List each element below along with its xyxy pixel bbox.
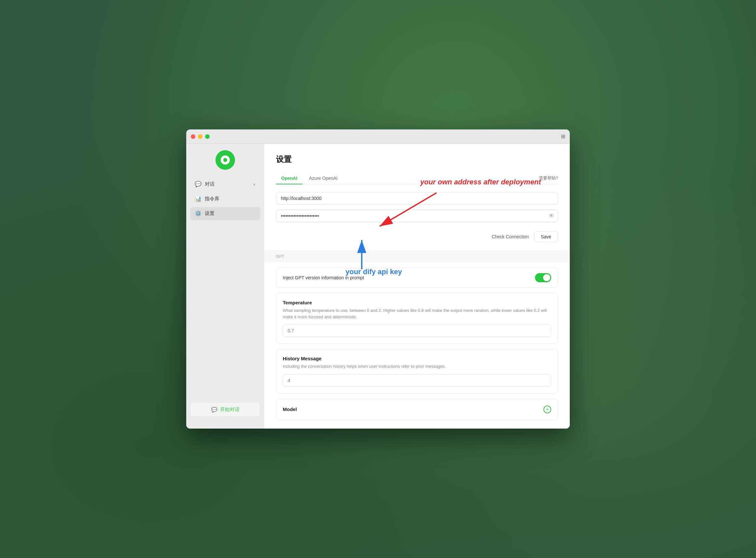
history-desc: Including the conversation history helps… [283,363,551,370]
help-link[interactable]: 需要帮助? [539,175,558,181]
app-body: 💬 对话 ∨ 📊 指令库 ⚙️ 设置 💬 [186,144,570,429]
temperature-title: Temperature [283,300,551,305]
inject-gpt-row: Inject GPT version information in prompt [276,268,558,288]
titlebar: ⊞ [186,129,570,144]
check-connection-button[interactable]: Check Connection [492,234,529,239]
traffic-lights [191,134,210,139]
temperature-section: Temperature What sampling temperature to… [276,293,558,344]
prompts-icon: 📊 [195,196,202,202]
history-section: History Message Including the conversati… [276,349,558,394]
form-actions: Check Connection Save [276,231,558,242]
sidebar-nav: 💬 对话 ∨ 📊 指令库 ⚙️ 设置 [186,178,264,397]
toggle-visibility-icon[interactable]: 👁 [549,213,554,219]
avatar-container [186,150,264,170]
model-row[interactable]: Model + [276,399,558,420]
sidebar-item-settings-label: 设置 [205,210,256,217]
sidebar-footer: 💬 开始对话 [186,397,264,422]
minimize-button[interactable] [198,134,203,139]
tab-azure-openai[interactable]: Azure OpenAI [304,172,343,184]
tab-openai[interactable]: OpenAI [276,172,303,184]
start-chat-icon: 💬 [211,407,217,413]
url-section [276,192,558,205]
model-label: Model [283,406,543,412]
maximize-button[interactable] [205,134,210,139]
add-model-icon[interactable]: + [543,405,551,413]
history-input[interactable] [283,374,551,387]
chevron-down-icon: ∨ [253,182,256,187]
sidebar-item-chat-label: 对话 [205,181,250,187]
sidebar-item-prompts[interactable]: 📊 指令库 [190,192,260,205]
gpt-section-label: GPT [276,254,284,259]
chat-icon: 💬 [195,181,202,187]
sidebar-item-prompts-label: 指令库 [205,196,256,202]
close-button[interactable] [191,134,195,139]
start-chat-button[interactable]: 💬 开始对话 [190,402,260,417]
history-title: History Message [283,356,551,361]
save-button[interactable]: Save [534,231,558,242]
temperature-desc: What sampling temperature to use, betwee… [283,307,551,320]
temperature-input[interactable] [283,325,551,337]
start-chat-label: 开始对话 [220,406,239,413]
sidebar: 💬 对话 ∨ 📊 指令库 ⚙️ 设置 💬 [186,144,264,429]
settings-icon: ⚙️ [195,210,202,217]
url-input[interactable] [276,192,558,205]
sidebar-toggle-icon[interactable]: ⊞ [561,133,565,140]
avatar [215,150,235,170]
toggle-knob [543,274,550,281]
api-key-section: 👁 [276,210,558,222]
avatar-dot [223,158,227,162]
main-panel: 设置 OpenAI Azure OpenAI 需要帮助? [264,144,570,429]
page-title: 设置 [276,154,558,164]
sidebar-item-chat[interactable]: 💬 对话 ∨ [190,178,260,191]
inject-gpt-label: Inject GPT version information in prompt [283,275,535,280]
avatar-inner [221,155,230,164]
tabs-bar: OpenAI Azure OpenAI 需要帮助? [276,172,558,184]
sidebar-item-settings[interactable]: ⚙️ 设置 [190,207,260,220]
api-key-input[interactable] [276,210,558,222]
inject-gpt-toggle[interactable] [535,273,551,282]
app-window: ⊞ 💬 对话 ∨ [186,129,570,429]
gpt-section-divider: GPT [264,250,570,262]
